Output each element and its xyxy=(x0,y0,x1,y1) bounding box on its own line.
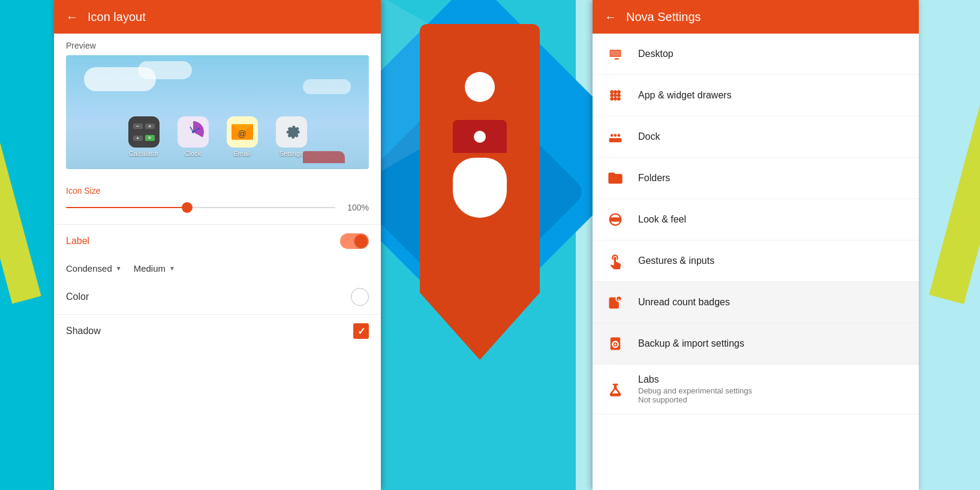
svg-rect-0 xyxy=(611,50,620,56)
folders-svg xyxy=(607,170,624,187)
slider-fill xyxy=(66,207,187,208)
email-icon-box: @ xyxy=(227,116,258,148)
folders-icon xyxy=(605,167,626,189)
shadow-row: Shadow ✓ xyxy=(54,317,381,345)
settings-item-look-feel[interactable]: Look & feel xyxy=(593,199,919,241)
settings-list: Desktop App & widget drawers xyxy=(593,34,919,490)
settings-item-dock[interactable]: Dock xyxy=(593,116,919,158)
color-picker[interactable] xyxy=(351,288,369,306)
preview-area: − × + = Calculator xyxy=(66,55,369,169)
labs-subtitle: Debug and experimental settingsNot suppo… xyxy=(638,386,907,404)
nova-dot xyxy=(474,131,486,143)
left-panel: ← Icon layout Preview − × + = xyxy=(54,0,381,490)
desktop-icon xyxy=(605,43,626,65)
look-svg xyxy=(607,211,624,228)
color-row: Color xyxy=(54,282,381,312)
email-label: Email xyxy=(234,150,251,157)
dock-svg xyxy=(607,128,624,145)
svg-point-5 xyxy=(614,94,617,97)
app-drawers-title: App & widget drawers xyxy=(638,90,907,101)
svg-point-11 xyxy=(611,134,614,137)
icon-size-title: Icon Size xyxy=(66,186,369,196)
preview-icons-row: − × + = Calculator xyxy=(66,116,369,157)
cloud-2 xyxy=(138,61,192,79)
toggle-thumb xyxy=(354,235,368,248)
settings-item-app-drawers[interactable]: App & widget drawers xyxy=(593,75,919,116)
svg-point-7 xyxy=(610,97,614,101)
gear-shape xyxy=(281,121,302,143)
size-dropdown-arrow: ▼ xyxy=(169,265,175,272)
labs-icon xyxy=(605,378,626,400)
settings-item-folders[interactable]: Folders xyxy=(593,158,919,199)
clock-center xyxy=(192,131,194,133)
svg-rect-10 xyxy=(609,138,622,142)
svg-point-1 xyxy=(610,90,614,94)
dropdown-row: Condensed ▼ Medium ▼ xyxy=(54,255,381,282)
icon-size-value: 100% xyxy=(345,203,369,212)
unread-badges-text: Unread count badges xyxy=(638,297,907,308)
size-dropdown[interactable]: Medium ▼ xyxy=(134,261,175,276)
app-drawers-text: App & widget drawers xyxy=(638,90,907,101)
shadow-label: Shadow xyxy=(66,326,101,336)
divider-2 xyxy=(54,314,381,315)
preview-icon-calculator: − × + = Calculator xyxy=(128,116,160,157)
label-toggle-label: Label xyxy=(66,236,89,246)
svg-point-6 xyxy=(617,94,621,97)
calculator-label: Calculator xyxy=(129,150,159,157)
preview-icon-clock: Clock xyxy=(178,116,209,157)
settings-icon-box xyxy=(276,116,307,148)
email-at-sign: @ xyxy=(238,129,246,139)
settings-item-labs[interactable]: Labs Debug and experimental settingsNot … xyxy=(593,365,919,414)
svg-point-14 xyxy=(614,218,618,222)
right-panel: ← Nova Settings Desktop xyxy=(593,0,919,490)
preview-label: Preview xyxy=(66,41,369,50)
shadow-checkbox[interactable]: ✓ xyxy=(353,323,369,339)
settings-item-desktop[interactable]: Desktop xyxy=(593,34,919,75)
checkmark-icon: ✓ xyxy=(357,326,365,337)
backup-svg xyxy=(607,335,624,352)
cloud-3 xyxy=(303,79,351,94)
settings-item-gestures[interactable]: Gestures & inputs xyxy=(593,241,919,282)
label-toggle-row[interactable]: Label xyxy=(54,227,381,255)
settings-item-backup[interactable]: Backup & import settings xyxy=(593,323,919,365)
calc-minus: − xyxy=(133,124,143,129)
nova-circle xyxy=(465,72,495,102)
dock-text: Dock xyxy=(638,131,907,142)
size-dropdown-value: Medium xyxy=(134,263,166,273)
unread-badges-title: Unread count badges xyxy=(638,297,907,308)
desktop-text: Desktop xyxy=(638,49,907,59)
backup-title: Backup & import settings xyxy=(638,338,907,349)
svg-point-13 xyxy=(618,134,621,137)
svg-point-20 xyxy=(614,343,617,345)
icon-size-track[interactable] xyxy=(66,207,335,208)
nova-back-button[interactable]: ← xyxy=(605,10,617,24)
preview-icon-email: @ Email xyxy=(227,116,258,157)
gestures-svg xyxy=(607,252,624,269)
nova-logo-inner xyxy=(453,72,507,218)
icon-size-slider-container: 100% xyxy=(66,203,369,212)
gestures-title: Gestures & inputs xyxy=(638,255,907,266)
svg-point-4 xyxy=(610,94,614,97)
backup-text: Backup & import settings xyxy=(638,338,907,349)
label-toggle-switch[interactable] xyxy=(340,233,369,249)
badge-icon: ★ xyxy=(605,291,626,313)
preview-icon-settings: Settings xyxy=(276,116,307,157)
icon-layout-header: ← Icon layout xyxy=(54,0,381,34)
svg-point-3 xyxy=(617,90,621,94)
slider-thumb[interactable] xyxy=(182,202,193,213)
clock-label: Clock xyxy=(185,150,202,157)
style-dropdown[interactable]: Condensed ▼ xyxy=(66,261,122,276)
icon-size-section: Icon Size 100% xyxy=(54,176,381,222)
calc-times: × xyxy=(145,124,155,129)
folders-text: Folders xyxy=(638,173,907,184)
grid-icon xyxy=(605,85,626,106)
email-envelope: @ xyxy=(232,124,253,140)
style-dropdown-value: Condensed xyxy=(66,263,112,273)
divider-1 xyxy=(54,224,381,225)
nova-rect-bottom xyxy=(453,158,507,218)
grid-svg xyxy=(607,87,624,104)
settings-item-unread-badges[interactable]: ★ Unread count badges xyxy=(593,282,919,323)
back-button[interactable]: ← xyxy=(66,10,78,24)
calculator-icon-box: − × + = xyxy=(128,116,160,148)
nova-icon-body xyxy=(453,120,507,218)
